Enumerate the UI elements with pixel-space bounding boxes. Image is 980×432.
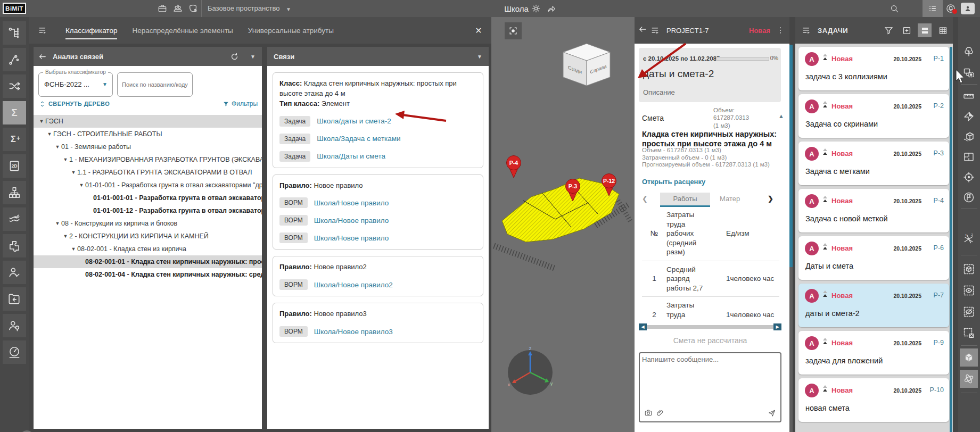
tabs-next-icon[interactable]: ❯ <box>768 195 778 203</box>
hide-object-button[interactable] <box>960 303 978 321</box>
bimit-logo[interactable]: BiMiT <box>3 3 26 14</box>
plugins-button[interactable] <box>3 234 26 257</box>
tree-caret-icon[interactable]: ▼ <box>70 170 77 175</box>
task-card-p-6[interactable]: AНовая20.10.2025P-6Даты и смета <box>798 236 949 280</box>
task-card-p-2[interactable]: AНовая20.10.2025P-2Задача со скринами <box>798 94 949 138</box>
target-point-button[interactable] <box>960 168 978 186</box>
pin-p4[interactable]: P-4 <box>507 156 521 178</box>
classifier-select[interactable]: Выбрать классификатор ФСНБ-2022 ... ▼ <box>38 72 113 97</box>
model-tree-button[interactable] <box>960 43 978 61</box>
scrollbar-thumb[interactable] <box>789 45 793 267</box>
plan-view-button[interactable] <box>960 148 978 166</box>
related-item-link[interactable]: Школа/Новое правило3 <box>314 328 393 336</box>
table-horizontal-scrollbar[interactable]: ◀ ▶ <box>639 323 781 330</box>
briefcase-icon[interactable] <box>156 2 169 15</box>
tree-node-1[interactable]: ▼ГЭСН - СТРОИТЕЛЬНЫЕ РАБОТЫ <box>34 128 262 140</box>
scroll-right-icon[interactable]: ▶ <box>773 323 781 330</box>
table-row[interactable]: 2Затраты труда машинистов1человеко час <box>642 297 779 322</box>
relations-button[interactable] <box>3 74 26 98</box>
tab-0[interactable]: Классификатор <box>65 17 117 44</box>
axes-grid-button[interactable]: 12 <box>960 230 978 248</box>
message-input[interactable] <box>642 355 775 404</box>
tree-node-4[interactable]: ▼1.1 - РАЗРАБОТКА ГРУНТА ЭКСКАВАТОРАМИ В… <box>34 166 262 179</box>
section-cube-button[interactable] <box>960 128 978 146</box>
tabs-prev-icon[interactable]: ❮ <box>642 195 653 203</box>
tree-node-2[interactable]: ▼01 - Земляные работы <box>34 140 262 153</box>
table-view-icon[interactable] <box>936 23 950 37</box>
user-avatar-icon[interactable] <box>961 3 975 14</box>
gear-icon[interactable] <box>530 2 542 15</box>
tree-search-input[interactable] <box>118 73 192 96</box>
tree-caret-icon[interactable]: ▼ <box>38 119 45 124</box>
related-item-link[interactable]: Школа/Новое правило <box>314 234 389 242</box>
tasks-scrollbar[interactable] <box>950 47 952 432</box>
orbit-mode-button[interactable] <box>960 370 978 388</box>
tab-materials[interactable]: Матер <box>720 195 743 203</box>
task-card-p-10[interactable]: AНовая20.10.2025P-10новая смета <box>798 378 949 422</box>
tree-node-5[interactable]: ▼01-01-001 - Разработка грунта в отвал э… <box>34 179 262 192</box>
tree-caret-icon[interactable]: ▼ <box>54 221 61 226</box>
tree-node-10[interactable]: ▼08-02-001 - Кладка стен из кирпича <box>34 243 262 255</box>
isolate-object-button[interactable] <box>960 260 978 278</box>
chevron-down-icon[interactable]: ▼ <box>286 6 291 12</box>
tree-node-6[interactable]: 01-01-001-01 - Разработка грунта в отвал… <box>34 192 262 204</box>
tree-caret-icon[interactable]: ▼ <box>46 131 53 137</box>
ruler-button[interactable] <box>960 87 978 105</box>
send-icon[interactable] <box>767 408 777 418</box>
task-card-p-3[interactable]: AНовая20.10.2025P-3Задача с метками <box>798 142 949 185</box>
shield-user-icon[interactable] <box>187 2 200 15</box>
filter-tasks-icon[interactable] <box>882 23 895 37</box>
sigma-add-button[interactable]: Σ+ <box>3 128 26 151</box>
share-icon[interactable] <box>545 2 558 15</box>
axis-gizmo[interactable]: z x y <box>508 346 553 395</box>
collapse-tree-button[interactable]: СВЕРНУТЬ ДЕРЕВО <box>39 101 110 107</box>
task-card-p-9[interactable]: AНовая20.10.2025P-9задача для вложений <box>798 331 949 375</box>
tree-node-0[interactable]: ▼ГЭСН <box>34 115 262 128</box>
tab-works[interactable]: Работы <box>660 193 710 205</box>
task-card-p-4[interactable]: AНовая20.10.2025P-4Задача с новой меткой <box>798 189 949 232</box>
structure-tree-button[interactable] <box>3 21 26 45</box>
frames-select-button[interactable] <box>960 64 978 82</box>
tree-node-12[interactable]: 08-02-001-04 - Кладка стен кирпичных нар… <box>34 268 262 281</box>
related-item-link[interactable]: Школа/Новое правило <box>314 217 389 225</box>
scroll-left-icon[interactable]: ◀ <box>639 323 647 330</box>
tab-1[interactable]: Нераспределённые элементы <box>132 17 233 44</box>
panel-vertical-scrollbar[interactable] <box>789 45 793 432</box>
tree-node-11[interactable]: 08-02-001-01 - Кладка стен кирпичных нар… <box>34 255 262 268</box>
scrollbar-track[interactable] <box>647 325 773 329</box>
flag-marker-button[interactable] <box>960 188 978 206</box>
node-path-button[interactable] <box>3 48 26 71</box>
search-icon[interactable] <box>888 2 901 15</box>
related-item-link[interactable]: Школа/Задача с метками <box>317 135 400 143</box>
panel-menu-icon[interactable] <box>35 22 51 38</box>
panel-menu-icon[interactable] <box>647 22 663 38</box>
tree-node-8[interactable]: ▼08 - Конструкции из кирпича и блоков <box>34 217 262 230</box>
viewport-3d[interactable]: Сзади Справа P-4 <box>491 17 635 432</box>
navigation-cube[interactable]: Сзади Справа <box>563 44 610 86</box>
back-arrow-icon[interactable] <box>638 24 647 36</box>
chevron-down-icon[interactable]: ▼ <box>250 54 256 60</box>
related-item-link[interactable]: Школа/Новое правило <box>314 199 389 207</box>
team-icon[interactable] <box>171 2 184 15</box>
related-item-link[interactable]: Школа/даты и смета-2 <box>317 117 391 125</box>
camera-icon[interactable] <box>643 408 654 418</box>
card-view-icon[interactable] <box>918 23 932 37</box>
flip-section-button[interactable] <box>960 107 978 126</box>
filters-button[interactable]: Фильтры <box>223 100 258 107</box>
tree-caret-icon[interactable]: ▼ <box>78 182 85 188</box>
dashboard-gauge-button[interactable] <box>3 340 26 364</box>
collapse-section-icon[interactable]: ▲ <box>778 113 784 119</box>
panel-menu-icon[interactable] <box>798 22 814 38</box>
task-card-p-7[interactable]: AНовая20.10.2025P-7даты и смета-2 <box>798 284 949 327</box>
related-item-link[interactable]: Школа/Даты и смета <box>317 152 385 160</box>
add-task-icon[interactable] <box>900 23 913 37</box>
tab-2[interactable]: Универсальные атрибуты <box>248 17 334 44</box>
open-rate-link[interactable]: Открыть расценку <box>642 178 705 186</box>
workspace-selector[interactable]: Базовое пространство <box>208 4 280 12</box>
user-location-button[interactable] <box>3 314 26 337</box>
refresh-icon[interactable] <box>228 50 241 63</box>
shared-folder-button[interactable] <box>3 287 26 311</box>
doc-2d-button[interactable]: 2D <box>3 154 26 178</box>
tree-caret-icon[interactable]: ▼ <box>62 234 69 239</box>
user-check-button[interactable] <box>3 261 26 284</box>
